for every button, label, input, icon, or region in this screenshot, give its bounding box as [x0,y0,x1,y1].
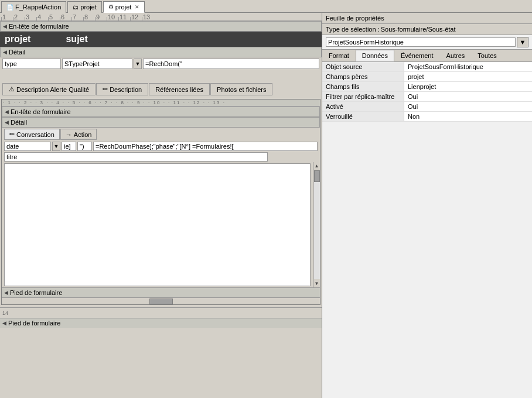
prop-val-verrouille[interactable]: Non [404,112,532,121]
combo-dropdown-icon[interactable]: ▼ [134,59,142,69]
prop-key-filtrer: Filtrer par réplica-maître [322,92,404,101]
ruler-tick: 11 [118,17,130,20]
tab-f-rappel-action[interactable]: 📄 F_RappelAction [1,1,66,13]
pencil-icon: ✏ [103,85,108,93]
project-title-text: projet [5,34,30,44]
project-sujet-text: sujet [66,34,87,44]
form-designer: 1 2 3 4 5 6 7 8 9 10 11 12 13 ◀ En-tête … [0,13,322,398]
prop-row-champs-peres: Champs pères projet [322,72,532,82]
prop-row-active: Activé Oui [322,102,532,112]
close-tab-icon[interactable]: ✕ [135,4,139,10]
formula-field[interactable]: =RechDom(" [143,59,319,69]
formula-long-field[interactable]: =RechDoumPhase];"phase";"[N°] =Formulair… [93,142,318,151]
prop-row-objet-source: Objet source ProjetSousFormHistorique [322,62,532,72]
type-field[interactable]: type [2,59,61,69]
prop-tab-evenement[interactable]: Événement [394,50,440,61]
properties-title: Feuille de propriétés [322,13,532,24]
scroll-thumb[interactable] [314,170,320,182]
prop-val-filtrer[interactable]: Oui [404,92,532,101]
alert-icon: ⚠ [9,85,15,93]
formula-paren-field[interactable]: ") [77,142,92,151]
section-collapse-icon[interactable]: ◀ [3,23,7,29]
project-title-row: projet sujet [0,32,322,47]
bottom-ruler: 14 [0,307,322,318]
prop-row-verrouille: Verrouillé Non [322,112,532,122]
bottom-pied-icon[interactable]: ◀ [2,320,6,326]
prop-val-active[interactable]: Oui [404,102,532,111]
subform-detail-collapse-icon[interactable]: ◀ [5,119,9,125]
ruler-tick: 4 [36,17,48,20]
scroll-track [314,170,320,279]
sub-tabs-row: ✏ Conversation → Action [2,128,320,141]
tab-projet-2[interactable]: ⚙ projet ✕ [103,1,145,13]
ruler-tick: 8 [83,17,95,20]
properties-type-row: Type de sélection : Sous-formulaire/Sous… [322,24,532,35]
form-tabs-row: ⚠ Description Alerte Qualité ✏ Descripti… [0,82,322,97]
subform-scroll-area: ▲ ▼ [2,162,320,287]
prop-key-verrouille: Verrouillé [322,112,404,121]
header-section: ◀ En-tête de formulaire [0,21,322,32]
prop-val-champs-fils[interactable]: Lienprojet [404,82,532,91]
subform-header-section: ◀ En-tête de formulaire [2,107,320,117]
prop-tab-autres[interactable]: Autres [440,50,472,61]
tab-description[interactable]: ✏ Description [96,83,148,95]
detail-section: ◀ Détail [0,47,322,57]
sub-date-row: date ▼ ie] ") =RechDoumPhase];"phase";"[… [2,141,320,152]
subform-container: · 1 · · 2 · · 3 · · 4 · · 5 · · 6 · · 7 … [1,99,320,305]
top-ruler: 1 2 3 4 5 6 7 8 9 10 11 12 13 [0,13,322,21]
ruler-tick: 10 [107,17,118,20]
scrollbar-thumb[interactable] [149,298,173,304]
prop-val-champs-peres[interactable]: projet [404,72,532,81]
tab-bar: 📄 F_RappelAction 🗂 projet ⚙ projet ✕ [0,0,532,13]
prop-val-objet-source[interactable]: ProjetSousFormHistorique [404,62,532,71]
sub-tab-action[interactable]: → Action [60,129,97,140]
scroll-down-icon[interactable]: ▼ [313,280,320,287]
prop-key-objet-source: Objet source [322,62,404,71]
ruler-label-14: 14 [2,310,8,316]
prop-tab-toutes[interactable]: Toutes [471,50,503,61]
ruler-tick: 9 [95,17,107,20]
horizontal-scrollbar[interactable] [2,297,320,304]
ruler-tick: 5 [48,17,60,20]
ruler-tick: 1 [1,17,13,20]
gear-icon: ⚙ [108,4,114,10]
prop-table: Objet source ProjetSousFormHistorique Ch… [322,62,532,398]
prop-key-champs-peres: Champs pères [322,72,404,81]
pied-collapse-icon[interactable]: ◀ [4,290,8,296]
subform-detail-section: ◀ Détail [2,117,320,128]
ruler-tick: 6 [60,17,71,20]
subform-pied-section: ◀ Pied de formulaire [2,287,320,297]
pencil-sub-icon: ✏ [9,131,15,138]
scroll-up-icon[interactable]: ▲ [313,162,320,170]
grid-icon: 🗂 [73,4,79,11]
bottom-pied-section: ◀ Pied de formulaire [0,318,322,328]
detail-collapse-icon[interactable]: ◀ [3,49,7,55]
tab-projet-1[interactable]: 🗂 projet [67,1,102,13]
titre-field[interactable]: titre [4,152,268,162]
formula-ie-field[interactable]: ie] [62,142,76,151]
subform-ruler: · 1 · · 2 · · 3 · · 4 · · 5 · · 6 · · 7 … [2,100,320,107]
prop-tab-format[interactable]: Format [322,50,356,61]
ruler-tick: 3 [25,17,36,20]
date-field[interactable]: date [4,142,51,151]
field-row-type: type STypeProjet ▼ =RechDom(" [0,57,322,70]
tab-references[interactable]: Références liées [149,83,210,95]
subform-header-collapse-icon[interactable]: ◀ [5,109,9,115]
vertical-scrollbar[interactable]: ▲ ▼ [313,162,320,287]
sub-titre-row: titre [2,152,320,162]
tab-description-alerte[interactable]: ⚠ Description Alerte Qualité [2,83,96,95]
tab-photos[interactable]: Photos et fichiers [210,83,272,95]
conv-textarea[interactable] [4,163,311,286]
prop-key-champs-fils: Champs fils [322,82,404,91]
stype-combo[interactable]: STypeProjet [62,59,132,69]
prop-tab-donnees[interactable]: Données [356,50,394,61]
ruler-tick: 13 [142,17,154,20]
prop-row-champs-fils: Champs fils Lienprojet [322,82,532,92]
properties-name-row: ▼ [322,35,532,50]
sub-tab-conversation[interactable]: ✏ Conversation [4,129,60,140]
properties-name-input[interactable] [326,37,516,47]
ruler-tick: 12 [130,17,142,20]
prop-row-filtrer: Filtrer par réplica-maître Oui [322,92,532,102]
date-dropdown-icon[interactable]: ▼ [52,142,60,151]
properties-dropdown-btn[interactable]: ▼ [517,37,528,47]
